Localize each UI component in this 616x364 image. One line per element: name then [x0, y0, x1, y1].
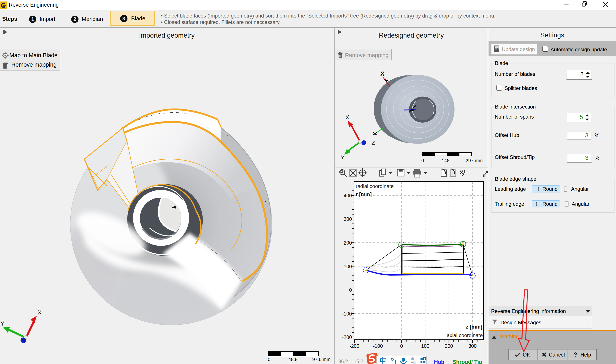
- svg-text:100: 100: [421, 343, 429, 349]
- svg-text:200: 200: [445, 343, 453, 349]
- svg-text:Y: Y: [341, 154, 344, 160]
- svg-text:X: X: [345, 114, 349, 120]
- svg-text:100: 100: [344, 264, 352, 269]
- svg-text:X: X: [38, 309, 41, 316]
- svg-text:200: 200: [344, 240, 352, 246]
- svg-text:Y: Y: [0, 320, 4, 327]
- svg-text:X: X: [380, 70, 384, 77]
- svg-text:-200: -200: [350, 343, 359, 349]
- svg-text:-100: -100: [342, 311, 352, 317]
- svg-text:300: 300: [468, 343, 477, 349]
- svg-text:r [mm]: r [mm]: [356, 191, 372, 197]
- svg-text:0: 0: [400, 343, 403, 349]
- svg-text:-200: -200: [342, 335, 352, 340]
- svg-text:radial coordinate: radial coordinate: [356, 183, 394, 189]
- svg-text:axial coordinate: axial coordinate: [447, 332, 483, 338]
- svg-text:400: 400: [344, 193, 352, 198]
- svg-text:-100: -100: [373, 343, 383, 349]
- svg-text:0: 0: [349, 287, 352, 293]
- svg-text:300: 300: [344, 216, 352, 222]
- svg-text:z [mm]: z [mm]: [466, 324, 482, 330]
- svg-text:Z: Z: [371, 140, 375, 146]
